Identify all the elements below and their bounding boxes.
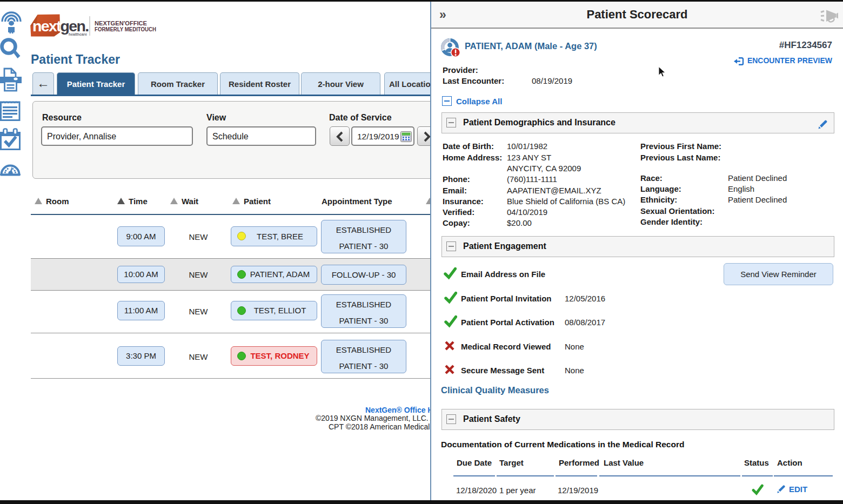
svg-text:FORMERLY MEDITOUCH: FORMERLY MEDITOUCH bbox=[95, 26, 156, 32]
svg-text:healthcare: healthcare bbox=[69, 32, 87, 36]
svg-text:gen.: gen. bbox=[61, 17, 89, 35]
svg-text:next: next bbox=[32, 17, 62, 35]
